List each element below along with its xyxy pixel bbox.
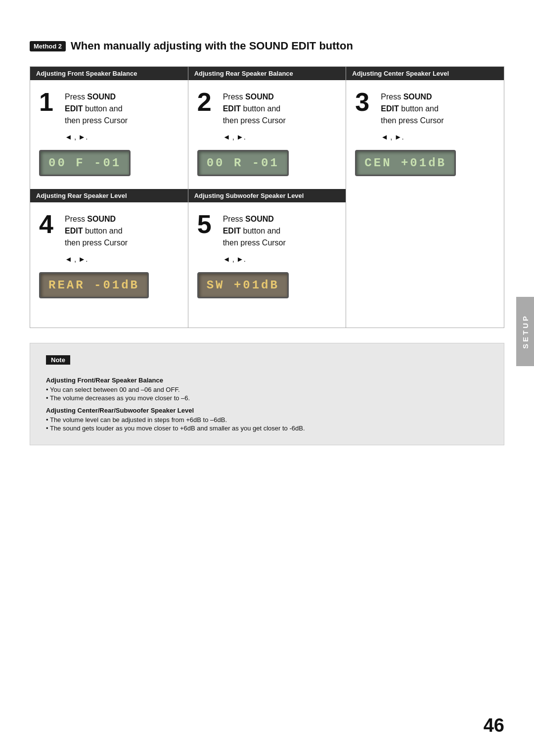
lcd-display-2: 00 R -01 bbox=[197, 150, 289, 176]
step-row-2: 2 Press SOUND EDIT button and then press… bbox=[197, 89, 337, 127]
edit-label-2: EDIT button and bbox=[223, 104, 281, 113]
then-label-4: then press Cursor bbox=[65, 238, 128, 247]
edit-label-3: EDIT button and bbox=[381, 104, 439, 113]
section-body-rear-lvl: 4 Press SOUND EDIT button and then press… bbox=[30, 202, 188, 321]
cursor-3: ◄ , ►. bbox=[355, 133, 495, 141]
section-header-sub: Adjusting Subwoofer Speaker Level bbox=[188, 189, 346, 202]
press-label-1: Press SOUND bbox=[65, 93, 116, 101]
note-subheading-2: Adjusting Center/Rear/Subwoofer Speaker … bbox=[46, 407, 488, 414]
top-row: Adjusting Front Speaker Balance 1 Press … bbox=[30, 66, 504, 189]
note-badge: Note bbox=[46, 355, 70, 365]
sound-bold-3: SOUND bbox=[403, 93, 432, 101]
step-number-4: 4 bbox=[39, 211, 59, 237]
setup-sidebar: SETUP bbox=[516, 297, 534, 366]
press-label-4: Press SOUND bbox=[65, 215, 116, 223]
then-label-3: then press Cursor bbox=[381, 116, 444, 125]
sound-bold-2: SOUND bbox=[245, 93, 274, 101]
edit-label-4: EDIT button and bbox=[65, 227, 123, 235]
lcd-text-5: SW +01dB bbox=[207, 279, 279, 292]
edit-bold-1: EDIT bbox=[65, 104, 83, 113]
sound-bold-4: SOUND bbox=[87, 215, 116, 223]
page-container: Method 2 When manually adjusting with th… bbox=[0, 0, 534, 756]
method-badge: Method 2 bbox=[30, 41, 66, 51]
section-body-sub: 5 Press SOUND EDIT button and then press… bbox=[188, 202, 346, 321]
section-header-front: Adjusting Front Speaker Balance bbox=[30, 67, 188, 80]
note-item-2-2: The sound gets louder as you move closer… bbox=[46, 425, 488, 432]
step-row-4: 4 Press SOUND EDIT button and then press… bbox=[39, 211, 179, 249]
bottom-row: Adjusting Rear Speaker Level 4 Press SOU… bbox=[30, 189, 504, 328]
lcd-display-4: REAR -01dB bbox=[39, 272, 149, 298]
lcd-text-2: 00 R -01 bbox=[207, 156, 279, 170]
page-number: 46 bbox=[484, 715, 504, 736]
lcd-display-1: 00 F -01 bbox=[39, 150, 131, 176]
section-header-center: Adjusting Center Speaker Level bbox=[346, 67, 504, 80]
note-subheading-1: Adjusting Front/Rear Speaker Balance bbox=[46, 377, 488, 384]
cursor-1: ◄ , ►. bbox=[39, 133, 179, 141]
sound-bold-1: SOUND bbox=[87, 93, 116, 101]
step-number-5: 5 bbox=[197, 211, 217, 237]
edit-bold-4: EDIT bbox=[65, 227, 83, 235]
cursor-4: ◄ , ►. bbox=[39, 255, 179, 263]
note-item-1-1: You can select between 00 and –06 and OF… bbox=[46, 386, 488, 393]
step-row-3: 3 Press SOUND EDIT button and then press… bbox=[355, 89, 495, 127]
step-text-2: Press SOUND EDIT button and then press C… bbox=[223, 89, 286, 127]
lcd-text-1: 00 F -01 bbox=[48, 156, 121, 170]
method-title: When manually adjusting with the SOUND E… bbox=[71, 40, 353, 52]
section-rear-level: Adjusting Rear Speaker Level 4 Press SOU… bbox=[30, 189, 188, 328]
press-label-5: Press SOUND bbox=[223, 215, 274, 223]
step-text-3: Press SOUND EDIT button and then press C… bbox=[381, 89, 444, 127]
cursor-2: ◄ , ►. bbox=[197, 133, 337, 141]
then-label-1: then press Cursor bbox=[65, 116, 128, 125]
lcd-display-5: SW +01dB bbox=[197, 272, 289, 298]
setup-text: SETUP bbox=[521, 314, 530, 349]
press-label-3: Press SOUND bbox=[381, 93, 432, 101]
step-number-1: 1 bbox=[39, 89, 59, 115]
then-label-2: then press Cursor bbox=[223, 116, 286, 125]
sound-bold-5: SOUND bbox=[245, 215, 274, 223]
note-item-1-2: The volume decreases as you move closer … bbox=[46, 394, 488, 402]
section-empty bbox=[346, 189, 504, 328]
section-header-rear-bal: Adjusting Rear Speaker Balance bbox=[188, 67, 346, 80]
press-label-2: Press SOUND bbox=[223, 93, 274, 101]
edit-label-1: EDIT button and bbox=[65, 104, 123, 113]
section-center-level: Adjusting Center Speaker Level 3 Press S… bbox=[346, 67, 504, 189]
section-front-balance: Adjusting Front Speaker Balance 1 Press … bbox=[30, 67, 188, 189]
section-rear-balance: Adjusting Rear Speaker Balance 2 Press S… bbox=[188, 67, 347, 189]
step-text-5: Press SOUND EDIT button and then press C… bbox=[223, 211, 286, 249]
then-label-5: then press Cursor bbox=[223, 238, 286, 247]
lcd-display-3: CEN +01dB bbox=[355, 150, 456, 176]
lcd-text-4: REAR -01dB bbox=[48, 279, 139, 292]
edit-bold-3: EDIT bbox=[381, 104, 399, 113]
step-text-1: Press SOUND EDIT button and then press C… bbox=[65, 89, 128, 127]
edit-bold-2: EDIT bbox=[223, 104, 241, 113]
note-section: Note Adjusting Front/Rear Speaker Balanc… bbox=[30, 343, 504, 445]
section-header-rear-lvl: Adjusting Rear Speaker Level bbox=[30, 189, 188, 202]
section-body-rear-bal: 2 Press SOUND EDIT button and then press… bbox=[188, 80, 346, 189]
step-number-2: 2 bbox=[197, 89, 217, 115]
edit-bold-5: EDIT bbox=[223, 227, 241, 235]
step-number-3: 3 bbox=[355, 89, 375, 115]
section-sub-level: Adjusting Subwoofer Speaker Level 5 Pres… bbox=[188, 189, 347, 328]
edit-label-5: EDIT button and bbox=[223, 227, 281, 235]
cursor-5: ◄ , ►. bbox=[197, 255, 337, 263]
step-text-4: Press SOUND EDIT button and then press C… bbox=[65, 211, 128, 249]
section-body-front: 1 Press SOUND EDIT button and then press… bbox=[30, 80, 188, 189]
section-body-center: 3 Press SOUND EDIT button and then press… bbox=[346, 80, 504, 189]
lcd-text-3: CEN +01dB bbox=[364, 156, 446, 170]
note-item-2-1: The volume level can be adjusted in step… bbox=[46, 416, 488, 424]
method-header: Method 2 When manually adjusting with th… bbox=[30, 40, 504, 52]
step-row-5: 5 Press SOUND EDIT button and then press… bbox=[197, 211, 337, 249]
step-row-1: 1 Press SOUND EDIT button and then press… bbox=[39, 89, 179, 127]
